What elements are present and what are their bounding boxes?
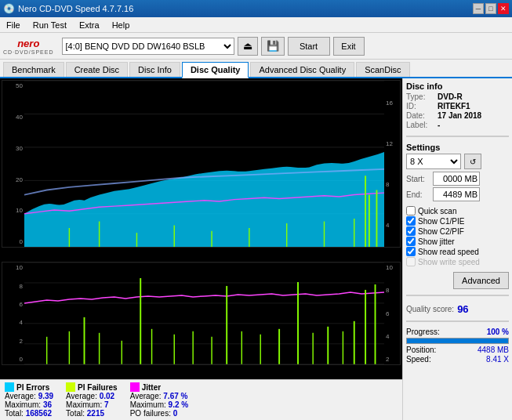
y-bot-right-6: 6 <box>384 310 400 317</box>
pi-errors-label: PI Errors <box>16 383 49 392</box>
legend-pi-failures: PI Failures Average: 0.02 Maximum: 7 Tot… <box>66 382 118 418</box>
speed-setting-row: 8 X4 X2 XMax ↺ <box>406 154 509 169</box>
disc-id-row: ID: RITEKF1 <box>406 102 509 110</box>
minimize-button[interactable]: ─ <box>473 3 484 14</box>
menu-extra[interactable]: Extra <box>76 19 103 31</box>
progress-value: 100 % <box>487 328 509 336</box>
show-jitter-label: Show jitter <box>418 237 455 246</box>
refresh-button[interactable]: ↺ <box>464 154 481 169</box>
pi-errors-average: Average: 9.39 <box>5 392 53 400</box>
pi-failures-total: Total: 2215 <box>66 409 118 418</box>
disc-label-label: Label: <box>406 121 434 129</box>
y-label-50: 50 <box>2 82 24 89</box>
tab-benchmark[interactable]: Benchmark <box>3 62 64 77</box>
jitter-maximum: Maximum: 9.2 % <box>130 400 188 409</box>
legend-pi-errors: PI Errors Average: 9.39 Maximum: 36 Tota… <box>5 382 53 418</box>
y-label-40: 40 <box>2 114 24 121</box>
position-label: Position: <box>406 346 436 354</box>
disc-info-section: Disc info Type: DVD-R ID: RITEKF1 Date: … <box>406 81 509 130</box>
speed-stat-row: Speed: 8.41 X <box>406 355 509 364</box>
show-c2pif-label: Show C2/PIF <box>418 227 464 236</box>
show-jitter-row: Show jitter <box>406 237 509 246</box>
y-bot-label-4: 4 <box>2 319 24 326</box>
show-read-speed-checkbox[interactable] <box>406 247 416 256</box>
end-mb-input[interactable] <box>433 187 480 201</box>
progress-section: Progress: 100 % Position: 4488 MB Speed:… <box>406 328 509 364</box>
quality-score-label: Quality score: <box>406 305 454 313</box>
y-bot-label-0: 0 <box>2 356 24 363</box>
y-bot-label-2: 2 <box>2 338 24 345</box>
progress-row: Progress: 100 % <box>406 328 509 336</box>
pif-chart: 10 8 6 4 2 0 10 8 6 4 2 0.0 <box>2 262 401 365</box>
start-button[interactable]: Start <box>288 37 330 56</box>
main-content: 50 40 30 20 10 0 16 12 8 4 0.0 0.5 <box>0 78 512 420</box>
start-mb-label: Start: <box>406 175 431 183</box>
show-jitter-checkbox[interactable] <box>406 237 416 246</box>
close-button[interactable]: ✕ <box>498 3 509 14</box>
start-mb-input[interactable] <box>433 172 480 186</box>
pie-chart: 50 40 30 20 10 0 16 12 8 4 0.0 0.5 <box>2 80 401 248</box>
position-value: 4488 MB <box>478 346 509 354</box>
show-read-speed-label: Show read speed <box>418 248 479 256</box>
show-write-speed-checkbox[interactable] <box>406 257 416 266</box>
pif-chart-svg <box>24 262 384 364</box>
disc-type-value: DVD-R <box>438 92 463 101</box>
y-label-30: 30 <box>2 145 24 152</box>
menu-help[interactable]: Help <box>109 19 133 31</box>
disc-date-row: Date: 17 Jan 2018 <box>406 111 509 120</box>
tab-advanced-disc-quality[interactable]: Advanced Disc Quality <box>250 62 354 77</box>
show-c2pif-checkbox[interactable] <box>406 226 416 236</box>
end-mb-row: End: <box>406 187 509 201</box>
quick-scan-checkbox[interactable] <box>406 206 416 215</box>
right-panel: Disc info Type: DVD-R ID: RITEKF1 Date: … <box>402 78 512 420</box>
jitter-label: Jitter <box>142 383 161 392</box>
pie-chart-svg <box>24 81 384 247</box>
disc-eject-button[interactable]: ⏏ <box>238 37 258 56</box>
maximize-button[interactable]: □ <box>485 3 496 14</box>
disc-label-value: - <box>438 121 440 129</box>
menu-file[interactable]: File <box>3 19 24 31</box>
exit-button[interactable]: Exit <box>333 37 365 56</box>
save-button[interactable]: 💾 <box>261 37 285 56</box>
progress-bar-outer <box>406 338 509 344</box>
app-icon: 💿 <box>3 3 15 14</box>
titlebar-title: Nero CD-DVD Speed 4.7.7.16 <box>18 4 133 13</box>
progress-bar-inner <box>407 339 508 343</box>
menu-runtest[interactable]: Run Test <box>30 19 70 31</box>
checkboxes-section: Quick scan Show C1/PIE Show C2/PIF Show … <box>406 206 509 267</box>
y-right-label-12: 12 <box>384 140 400 147</box>
pi-errors-color-box <box>5 382 14 392</box>
tab-disc-info[interactable]: Disc Info <box>129 62 180 77</box>
y-bot-label-6: 6 <box>2 301 24 308</box>
toolbar: nero CD·DVD/SPEED [4:0] BENQ DVD DD DW16… <box>0 33 512 60</box>
disc-type-row: Type: DVD-R <box>406 92 509 101</box>
tab-disc-quality[interactable]: Disc Quality <box>182 62 249 78</box>
progress-label: Progress: <box>406 328 440 336</box>
position-row: Position: 4488 MB <box>406 346 509 354</box>
advanced-button[interactable]: Advanced <box>453 272 509 289</box>
drive-select[interactable]: [4:0] BENQ DVD DD DW1640 BSLB <box>62 38 234 55</box>
titlebar: 💿 Nero CD-DVD Speed 4.7.7.16 ─ □ ✕ <box>0 0 512 17</box>
quality-score-value: 96 <box>457 303 468 315</box>
show-c1pie-row: Show C1/PIE <box>406 216 509 226</box>
menubar: File Run Test Extra Help <box>0 17 512 33</box>
show-c1pie-checkbox[interactable] <box>406 216 416 226</box>
y-label-20: 20 <box>2 176 24 183</box>
quality-score-section: Quality score: 96 <box>406 303 509 315</box>
jitter-color-box <box>130 382 140 392</box>
tabs: Benchmark Create Disc Disc Info Disc Qua… <box>0 60 512 78</box>
titlebar-controls: ─ □ ✕ <box>473 3 509 14</box>
tab-scandisc[interactable]: ScanDisc <box>356 62 409 77</box>
nero-logo-text: nero <box>17 38 39 49</box>
titlebar-left: 💿 Nero CD-DVD Speed 4.7.7.16 <box>3 3 133 14</box>
y-bot-label-10: 10 <box>2 264 24 271</box>
show-c2pif-row: Show C2/PIF <box>406 226 509 236</box>
y-bot-right-8: 8 <box>384 287 400 294</box>
nero-logo-sub: CD·DVD/SPEED <box>3 49 54 55</box>
speed-select[interactable]: 8 X4 X2 XMax <box>406 154 461 169</box>
tab-create-disc[interactable]: Create Disc <box>66 62 128 77</box>
quick-scan-row: Quick scan <box>406 206 509 215</box>
pi-failures-label: PI Failures <box>78 383 118 392</box>
show-read-speed-row: Show read speed <box>406 247 509 256</box>
show-c1pie-label: Show C1/PIE <box>418 217 464 226</box>
